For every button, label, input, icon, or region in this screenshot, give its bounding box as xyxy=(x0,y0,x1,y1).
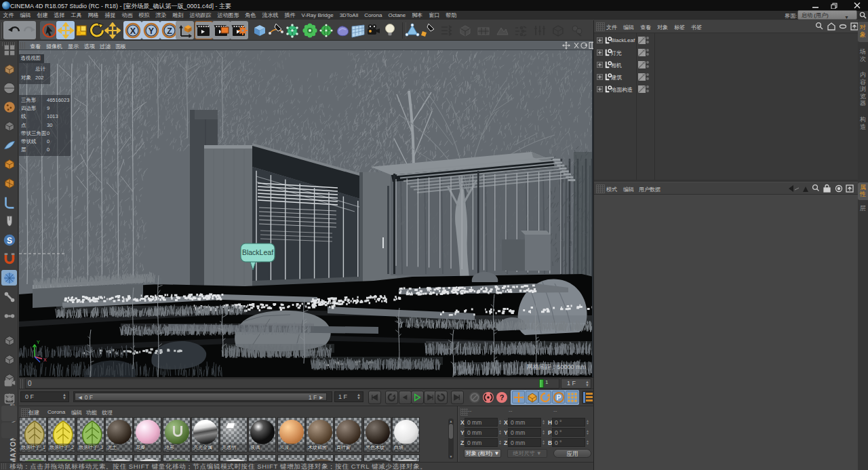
svg-text:网格间距：50000 mm: 网格间距：50000 mm xyxy=(526,364,586,370)
svg-text:P: P xyxy=(556,393,561,402)
svg-text:?: ? xyxy=(500,393,505,402)
svg-text:S: S xyxy=(7,235,12,245)
svg-text:BlackLeaf: BlackLeaf xyxy=(242,248,273,256)
svg-text:X: X xyxy=(130,26,136,35)
svg-text:X: X xyxy=(43,357,47,362)
svg-text:Z: Z xyxy=(167,26,172,35)
svg-text:Y: Y xyxy=(148,26,154,35)
svg-text:Y: Y xyxy=(37,340,40,345)
